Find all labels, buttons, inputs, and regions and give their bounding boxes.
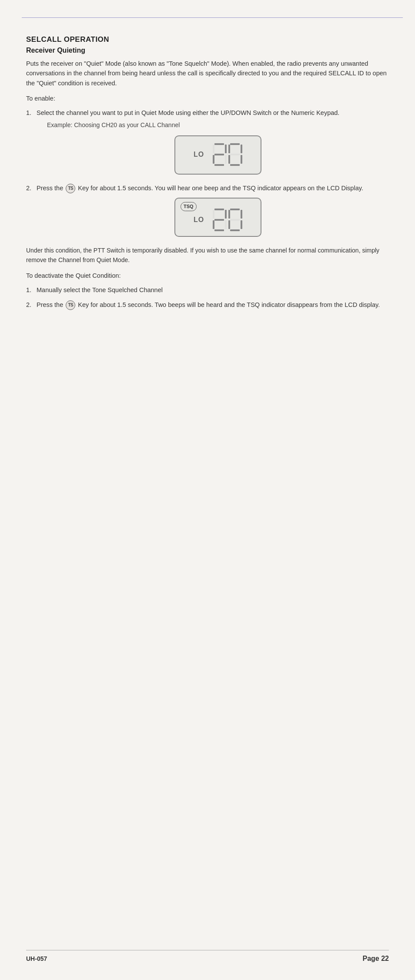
lcd-display-2: TSQ LO [174,198,261,237]
digit-2 [213,143,227,167]
seg-mid [214,219,224,221]
lcd-display-wrapper-2: TSQ LO [47,198,389,237]
page: SELCALL OPERATION Receiver Quieting Puts… [0,0,415,980]
seg-bot [214,164,224,166]
ts-key-icon-2: TS [66,300,75,310]
enable-step-1: 1. Select the channel you want to put in… [26,108,389,174]
footer-model: UH-057 [26,955,47,962]
seg-top [230,143,240,145]
deact-step-number-2: 2. [26,300,31,310]
section-title: SELCALL OPERATION [26,35,389,44]
example-text-1: Example: Choosing CH20 as your CALL Chan… [37,121,389,130]
seg-tr [225,210,227,219]
ts-key-icon-1: TS [66,184,75,193]
middle-text: Under this condition, the PTT Switch is … [26,246,389,265]
seg-mid [230,154,240,155]
tsq-badge: TSQ [181,202,197,211]
seg-bot [230,164,240,166]
digit-2b [213,209,227,232]
digit-0b [228,209,242,232]
lcd-lo-2: LO [194,215,204,226]
seg-mid [230,219,240,221]
digit-group-2 [213,209,242,232]
lcd-display-1: LO [174,135,261,175]
deactivate-steps-list: 1. Manually select the Tone Squelched Ch… [26,285,389,310]
seg-tl [213,145,214,153]
step-2-text-before: Press the [37,185,63,192]
top-border [22,17,403,18]
step-2-text-after: Key for about 1.5 seconds. You will hear… [78,185,363,192]
deact-step-1-text: Manually select the Tone Squelched Chann… [37,286,163,293]
digit-0 [228,143,242,167]
seg-bot [214,229,224,231]
seg-top [230,209,240,210]
deact-step-2-text-before: Press the [37,301,63,308]
lcd-display-wrapper-1: LO [47,135,389,175]
to-deactivate-label: To deactivate the Quiet Condition: [26,272,389,279]
seg-tl [228,145,230,153]
seg-tr [241,145,242,153]
seg-tl [228,210,230,219]
enable-step-2: 2. Press the TS Key for about 1.5 second… [26,183,389,237]
footer-page: Page 22 [363,955,389,963]
seg-br [225,220,227,229]
deact-step-2-text-after: Key for about 1.5 seconds. Two beeps wil… [78,301,380,308]
seg-br [241,220,242,229]
seg-br [241,155,242,164]
lcd-lo-1: LO [194,149,204,160]
intro-text: Puts the receiver on "Quiet" Mode (also … [26,59,389,88]
seg-bot [230,229,240,231]
seg-tr [225,145,227,153]
seg-tl [213,210,214,219]
seg-bl [228,155,230,164]
step-number-2: 2. [26,183,31,193]
deactivate-step-2: 2. Press the TS Key for about 1.5 second… [26,300,389,310]
seg-mid [214,154,224,155]
seg-top [214,209,224,210]
enable-steps-list: 1. Select the channel you want to put in… [26,108,389,236]
seg-br [225,155,227,164]
seg-bl [213,220,214,229]
step-1-text: Select the channel you want to put in Qu… [37,109,339,116]
subsection-title: Receiver Quieting [26,47,389,54]
step-number-1: 1. [26,108,31,118]
seg-bl [228,220,230,229]
deact-step-number-1: 1. [26,285,31,295]
seg-tr [241,210,242,219]
seg-bl [213,155,214,164]
seg-top [214,143,224,145]
footer: UH-057 Page 22 [26,950,389,963]
digit-group-1 [213,143,242,167]
deactivate-step-1: 1. Manually select the Tone Squelched Ch… [26,285,389,295]
to-enable-label: To enable: [26,95,389,102]
